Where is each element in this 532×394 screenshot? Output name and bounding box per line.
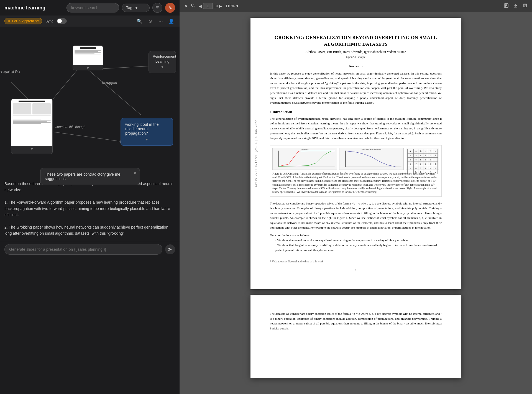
pdf-search-icon[interactable] [191,3,195,9]
pdf-annotation-icon[interactable] [504,3,509,9]
paper-node-left[interactable]: ▼ [11,99,53,154]
pdf-page-input[interactable] [203,3,213,9]
pdf-intro-body: The generalization of overparameterized … [270,116,442,141]
gear-icon: ⚙ [7,19,11,23]
pdf-paper-title: Grokking: Generalization Beyond Overfitt… [270,34,442,48]
pdf-print-icon[interactable] [523,3,528,9]
pdf-authors: Alethea Power, Yuri Burda, Harri Edwards… [270,50,442,54]
paper-top-chevron: ▼ [73,65,103,70]
thumb-line-5 [75,55,101,55]
profile-icon[interactable]: 👤 [167,17,175,25]
left-thumb-line-3 [13,118,51,118]
left-thumb-line-5 [13,120,51,121]
pdf-page-number: 1 [270,268,442,272]
chat-input-field[interactable] [4,244,162,255]
paper-thumbnail-left [11,99,52,146]
edge-label-in-support: in support [102,81,117,85]
left-thumb-line-7 [13,122,51,123]
pdf-bullet-2: • We show that, long after severely over… [275,243,442,252]
edit-icon: ✎ [168,5,172,11]
thumb-line-6 [75,56,98,56]
pdf-bullet-1: • We show that neural networks are capab… [275,238,442,243]
pdf-prev-button[interactable]: ◀ [199,4,202,8]
sync-button[interactable]: Sync [45,19,53,23]
annotation-node-main[interactable]: working it out in the middle neural prop… [121,118,173,146]
pdf-toolbar: ✕ ◀ 10 ▶ 110% ▼ [180,0,532,12]
svg-line-5 [53,132,122,142]
left-thumb-line-4 [13,119,41,119]
app-title: machine learning [4,5,64,11]
left-thumb-line-1 [13,116,51,116]
svg-line-4 [88,70,141,115]
diagram-container: e against this ▼ in support [0,27,180,176]
pdf-page-total: 10 [214,4,218,8]
pdf-page-1: arXiv:2201.02177v1 [cs.LG] 6 Jan 2022 Gr… [250,18,461,289]
thumb-line-7 [75,57,101,57]
pdf-intro-title: 1 Introduction [270,110,442,114]
level-badge: ⚙ LVL 5: Apprentice! [4,18,42,24]
thumb-line-4 [75,53,94,54]
left-thumb-line-6 [13,121,47,122]
left-panel: machine learning Tag ▼ ✎ ⚙ LVL 5: Appren… [0,0,180,394]
edge-label-support: in support [103,81,117,85]
sync-label: Sync [45,19,53,23]
left-thumb-line-8 [13,123,41,124]
svg-text:Data with generalization: Data with generalization [362,149,381,150]
pdf-download-icon[interactable] [513,3,518,9]
eye-icon[interactable]: ⊙ [146,17,154,25]
edge-label-against: e against this [1,70,20,73]
rl-node[interactable]: ReinforcementLearning ▼ [149,51,176,73]
svg-text:Grokking: Grokking [301,149,309,150]
pdf-close-button[interactable]: ✕ [184,3,188,9]
pdf-nav: ◀ 10 ▶ [199,3,222,9]
edit-button[interactable]: ✎ [165,3,175,13]
chat-point-1: 1. The Forward-Forward Algorithm paper p… [4,199,175,218]
popup-close-button[interactable]: ✕ [133,170,137,176]
pdf-next-button[interactable]: ▶ [219,4,222,8]
pdf-chart-fraction: Data with generalization [339,148,404,170]
thumb-line-3 [75,52,101,53]
pdf-footnote: * Vedant was at OpenAI at the time of th… [270,258,442,263]
right-panel: ✕ ◀ 10 ▶ 110% ▼ [180,0,532,394]
toolbar-row: ⚙ LVL 5: Apprentice! Sync 🔍 ⊙ ⋯ 👤 [0,16,180,27]
chat-input-row [0,241,180,257]
edge-label-counters: counters this though [55,125,85,129]
annotation-text: working it out in the middle neural prop… [125,122,159,135]
pdf-content[interactable]: arXiv:2201.02177v1 [cs.LG] 6 Jan 2022 Gr… [180,12,532,394]
pdf-figure-caption: Figure 1: Left. Grokking: A dramatic exa… [272,172,439,194]
thumb-line-2 [75,51,98,52]
search-input[interactable] [66,3,119,12]
pdf-table-placeholder: ∗abcde aad?cd bcdac c?edbd da??bc ebbc?a [406,148,439,170]
rl-node-text: ReinforcementLearning [153,54,172,64]
pdf-section2-body: The datasets we consider are binary oper… [270,201,442,231]
svg-line-9 [194,6,195,7]
chat-point-2: 2. The Grokking paper shows how neural n… [4,224,175,237]
pdf-contributions-title: Our contributions are as follows: [270,233,442,238]
contradiction-text: These two papers are contradictory give … [45,172,120,181]
pdf-abstract-title: Abstract [270,64,442,68]
chat-area: Based on these three research papers, I … [0,176,180,241]
pdf-zoom-control[interactable]: 110% ▼ [225,4,239,8]
pdf-chart-grokking: Grokking [272,148,337,170]
pdf-figure-row: Grokking Data with generalization [272,148,439,170]
send-button[interactable] [165,244,175,254]
tag-filter[interactable]: Tag ▼ [122,4,150,12]
paper-node-top[interactable]: ▼ [73,45,103,70]
top-bar: machine learning Tag ▼ ✎ [0,0,180,16]
svg-rect-16 [524,6,526,7]
pdf-page2-body: The datasets we consider are binary oper… [270,311,442,331]
filter-button[interactable] [152,3,162,13]
left-thumb-header [19,101,45,102]
pdf-page-2: The datasets we consider are binary oper… [250,295,461,378]
more-icon[interactable]: ⋯ [157,17,165,25]
svg-point-8 [191,4,194,6]
pdf-affiliations: OpenAI Google [270,55,442,58]
search-icon[interactable]: 🔍 [136,17,144,25]
thumb-header [80,47,96,49]
sync-toggle[interactable] [57,18,67,24]
pdf-zoom-value: 110% ▼ [225,4,239,8]
left-thumb-line-2 [13,117,47,117]
pdf-toolbar-right [504,3,528,9]
contradiction-popup: ✕ These two papers are contradictory giv… [40,168,140,185]
svg-line-6 [53,70,78,99]
